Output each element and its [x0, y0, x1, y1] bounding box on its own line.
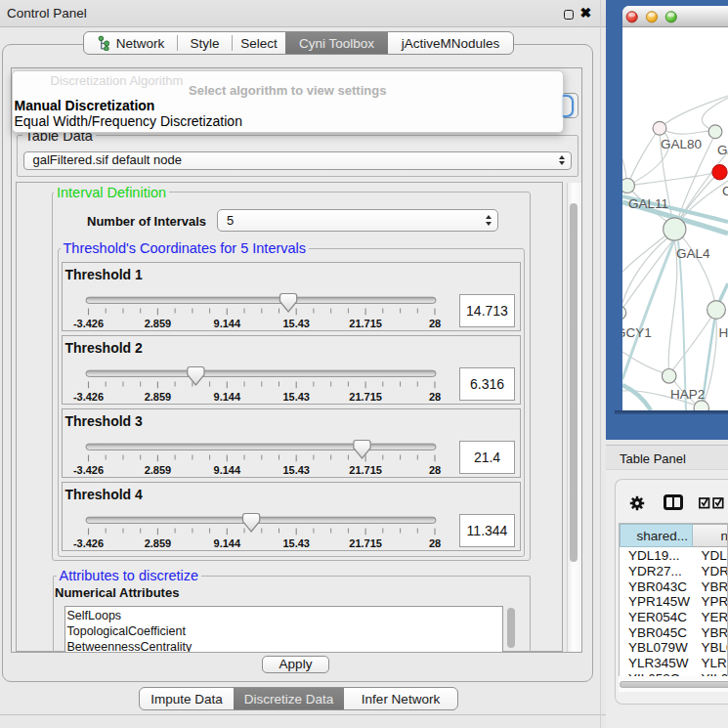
svg-text:9.144: 9.144 — [214, 464, 241, 476]
svg-text:-3.426: -3.426 — [73, 537, 104, 549]
svg-text:GA: GA — [717, 143, 728, 157]
svg-text:9.144: 9.144 — [214, 391, 241, 403]
svg-text:2.859: 2.859 — [145, 464, 172, 476]
svg-text:28: 28 — [429, 537, 441, 549]
svg-text:28: 28 — [429, 391, 441, 403]
svg-text:C: C — [722, 184, 728, 198]
svg-text:28: 28 — [429, 318, 441, 329]
svg-text:GAL4: GAL4 — [676, 246, 710, 261]
svg-text:9.144: 9.144 — [214, 318, 241, 329]
svg-text:21.715: 21.715 — [349, 391, 382, 403]
svg-text:15.43: 15.43 — [282, 537, 310, 549]
svg-text:2.859: 2.859 — [145, 537, 172, 549]
svg-text:2.859: 2.859 — [145, 391, 172, 403]
svg-text:GCY1: GCY1 — [622, 325, 652, 340]
svg-text:21.715: 21.715 — [349, 318, 382, 329]
svg-text:-3.426: -3.426 — [73, 391, 104, 403]
svg-text:15.43: 15.43 — [282, 391, 310, 403]
svg-text:-3.426: -3.426 — [73, 318, 104, 329]
svg-text:2.859: 2.859 — [145, 318, 172, 329]
svg-text:28: 28 — [429, 464, 441, 476]
svg-text:HAP2: HAP2 — [670, 387, 705, 402]
svg-text:21.715: 21.715 — [349, 537, 382, 549]
svg-text:15.43: 15.43 — [282, 318, 310, 329]
svg-text:GAL11: GAL11 — [628, 196, 668, 211]
svg-text:15.43: 15.43 — [282, 464, 310, 476]
svg-text:H: H — [719, 325, 728, 340]
svg-text:GAL80: GAL80 — [661, 137, 702, 151]
svg-text:21.715: 21.715 — [349, 464, 382, 476]
svg-text:-3.426: -3.426 — [73, 464, 104, 476]
svg-text:9.144: 9.144 — [214, 537, 241, 549]
